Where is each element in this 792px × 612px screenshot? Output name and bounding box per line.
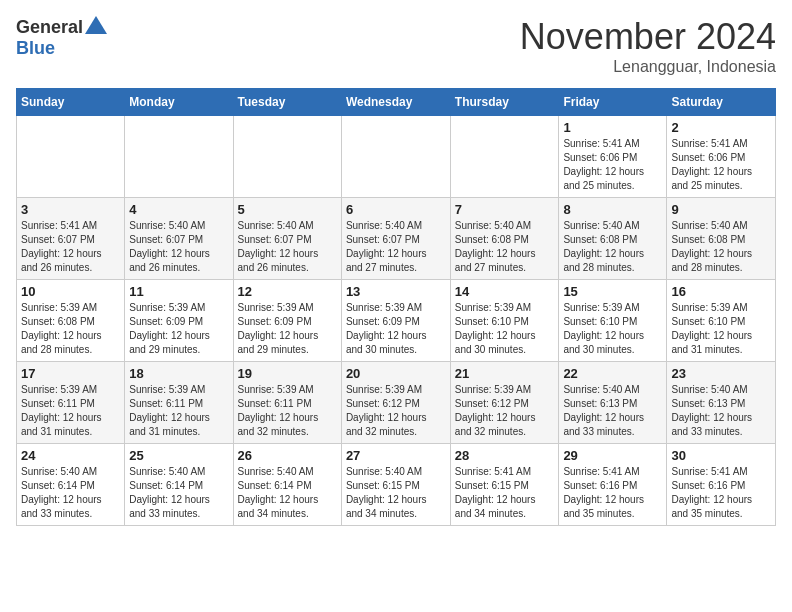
day-info: Sunrise: 5:39 AMSunset: 6:11 PMDaylight:… <box>21 383 120 439</box>
calendar-cell: 29Sunrise: 5:41 AMSunset: 6:16 PMDayligh… <box>559 444 667 526</box>
calendar-cell: 28Sunrise: 5:41 AMSunset: 6:15 PMDayligh… <box>450 444 559 526</box>
calendar-cell: 6Sunrise: 5:40 AMSunset: 6:07 PMDaylight… <box>341 198 450 280</box>
calendar-cell: 18Sunrise: 5:39 AMSunset: 6:11 PMDayligh… <box>125 362 233 444</box>
day-info: Sunrise: 5:40 AMSunset: 6:08 PMDaylight:… <box>671 219 771 275</box>
calendar-cell: 20Sunrise: 5:39 AMSunset: 6:12 PMDayligh… <box>341 362 450 444</box>
weekday-header-wednesday: Wednesday <box>341 89 450 116</box>
calendar-cell: 9Sunrise: 5:40 AMSunset: 6:08 PMDaylight… <box>667 198 776 280</box>
day-number: 22 <box>563 366 662 381</box>
weekday-header-sunday: Sunday <box>17 89 125 116</box>
calendar-cell: 1Sunrise: 5:41 AMSunset: 6:06 PMDaylight… <box>559 116 667 198</box>
day-number: 11 <box>129 284 228 299</box>
day-info: Sunrise: 5:39 AMSunset: 6:12 PMDaylight:… <box>455 383 555 439</box>
day-number: 20 <box>346 366 446 381</box>
weekday-header-row: SundayMondayTuesdayWednesdayThursdayFrid… <box>17 89 776 116</box>
calendar-cell: 16Sunrise: 5:39 AMSunset: 6:10 PMDayligh… <box>667 280 776 362</box>
day-info: Sunrise: 5:39 AMSunset: 6:10 PMDaylight:… <box>671 301 771 357</box>
day-info: Sunrise: 5:39 AMSunset: 6:11 PMDaylight:… <box>129 383 228 439</box>
day-number: 18 <box>129 366 228 381</box>
calendar-cell: 5Sunrise: 5:40 AMSunset: 6:07 PMDaylight… <box>233 198 341 280</box>
day-number: 26 <box>238 448 337 463</box>
day-number: 27 <box>346 448 446 463</box>
day-info: Sunrise: 5:40 AMSunset: 6:14 PMDaylight:… <box>238 465 337 521</box>
day-number: 15 <box>563 284 662 299</box>
day-info: Sunrise: 5:39 AMSunset: 6:09 PMDaylight:… <box>238 301 337 357</box>
calendar-week-row: 17Sunrise: 5:39 AMSunset: 6:11 PMDayligh… <box>17 362 776 444</box>
day-info: Sunrise: 5:39 AMSunset: 6:08 PMDaylight:… <box>21 301 120 357</box>
weekday-header-monday: Monday <box>125 89 233 116</box>
day-number: 24 <box>21 448 120 463</box>
calendar-cell: 11Sunrise: 5:39 AMSunset: 6:09 PMDayligh… <box>125 280 233 362</box>
logo-triangle-icon <box>85 16 107 34</box>
logo-general-text: General <box>16 17 83 38</box>
page-header: General Blue November 2024 Lenangguar, I… <box>16 16 776 76</box>
calendar-cell: 10Sunrise: 5:39 AMSunset: 6:08 PMDayligh… <box>17 280 125 362</box>
day-info: Sunrise: 5:40 AMSunset: 6:15 PMDaylight:… <box>346 465 446 521</box>
calendar-cell: 17Sunrise: 5:39 AMSunset: 6:11 PMDayligh… <box>17 362 125 444</box>
day-number: 21 <box>455 366 555 381</box>
logo-blue-text: Blue <box>16 38 55 58</box>
day-number: 23 <box>671 366 771 381</box>
calendar-cell: 7Sunrise: 5:40 AMSunset: 6:08 PMDaylight… <box>450 198 559 280</box>
day-info: Sunrise: 5:40 AMSunset: 6:13 PMDaylight:… <box>563 383 662 439</box>
calendar-cell: 8Sunrise: 5:40 AMSunset: 6:08 PMDaylight… <box>559 198 667 280</box>
day-number: 2 <box>671 120 771 135</box>
day-number: 12 <box>238 284 337 299</box>
calendar-cell: 3Sunrise: 5:41 AMSunset: 6:07 PMDaylight… <box>17 198 125 280</box>
day-number: 29 <box>563 448 662 463</box>
calendar-week-row: 1Sunrise: 5:41 AMSunset: 6:06 PMDaylight… <box>17 116 776 198</box>
day-info: Sunrise: 5:40 AMSunset: 6:14 PMDaylight:… <box>129 465 228 521</box>
calendar-cell: 13Sunrise: 5:39 AMSunset: 6:09 PMDayligh… <box>341 280 450 362</box>
weekday-header-tuesday: Tuesday <box>233 89 341 116</box>
calendar-cell: 27Sunrise: 5:40 AMSunset: 6:15 PMDayligh… <box>341 444 450 526</box>
day-info: Sunrise: 5:40 AMSunset: 6:07 PMDaylight:… <box>129 219 228 275</box>
day-number: 16 <box>671 284 771 299</box>
calendar-cell: 21Sunrise: 5:39 AMSunset: 6:12 PMDayligh… <box>450 362 559 444</box>
weekday-header-friday: Friday <box>559 89 667 116</box>
day-info: Sunrise: 5:40 AMSunset: 6:13 PMDaylight:… <box>671 383 771 439</box>
location-text: Lenangguar, Indonesia <box>520 58 776 76</box>
calendar-cell: 23Sunrise: 5:40 AMSunset: 6:13 PMDayligh… <box>667 362 776 444</box>
day-number: 10 <box>21 284 120 299</box>
calendar-cell: 15Sunrise: 5:39 AMSunset: 6:10 PMDayligh… <box>559 280 667 362</box>
day-info: Sunrise: 5:39 AMSunset: 6:12 PMDaylight:… <box>346 383 446 439</box>
day-info: Sunrise: 5:39 AMSunset: 6:10 PMDaylight:… <box>563 301 662 357</box>
calendar-week-row: 24Sunrise: 5:40 AMSunset: 6:14 PMDayligh… <box>17 444 776 526</box>
day-info: Sunrise: 5:41 AMSunset: 6:06 PMDaylight:… <box>671 137 771 193</box>
title-block: November 2024 Lenangguar, Indonesia <box>520 16 776 76</box>
day-info: Sunrise: 5:39 AMSunset: 6:09 PMDaylight:… <box>346 301 446 357</box>
day-number: 28 <box>455 448 555 463</box>
day-info: Sunrise: 5:40 AMSunset: 6:07 PMDaylight:… <box>238 219 337 275</box>
calendar-cell <box>125 116 233 198</box>
day-info: Sunrise: 5:39 AMSunset: 6:10 PMDaylight:… <box>455 301 555 357</box>
calendar-cell: 24Sunrise: 5:40 AMSunset: 6:14 PMDayligh… <box>17 444 125 526</box>
day-info: Sunrise: 5:41 AMSunset: 6:06 PMDaylight:… <box>563 137 662 193</box>
day-number: 13 <box>346 284 446 299</box>
day-info: Sunrise: 5:41 AMSunset: 6:16 PMDaylight:… <box>563 465 662 521</box>
day-number: 4 <box>129 202 228 217</box>
day-number: 9 <box>671 202 771 217</box>
day-info: Sunrise: 5:40 AMSunset: 6:08 PMDaylight:… <box>455 219 555 275</box>
calendar-cell: 25Sunrise: 5:40 AMSunset: 6:14 PMDayligh… <box>125 444 233 526</box>
calendar-cell: 19Sunrise: 5:39 AMSunset: 6:11 PMDayligh… <box>233 362 341 444</box>
logo: General Blue <box>16 16 107 59</box>
calendar-cell: 30Sunrise: 5:41 AMSunset: 6:16 PMDayligh… <box>667 444 776 526</box>
day-info: Sunrise: 5:41 AMSunset: 6:07 PMDaylight:… <box>21 219 120 275</box>
day-info: Sunrise: 5:40 AMSunset: 6:08 PMDaylight:… <box>563 219 662 275</box>
day-number: 30 <box>671 448 771 463</box>
day-number: 3 <box>21 202 120 217</box>
day-info: Sunrise: 5:40 AMSunset: 6:14 PMDaylight:… <box>21 465 120 521</box>
calendar-cell <box>341 116 450 198</box>
day-info: Sunrise: 5:41 AMSunset: 6:15 PMDaylight:… <box>455 465 555 521</box>
calendar-week-row: 10Sunrise: 5:39 AMSunset: 6:08 PMDayligh… <box>17 280 776 362</box>
calendar-cell <box>233 116 341 198</box>
calendar-cell <box>450 116 559 198</box>
calendar-cell: 12Sunrise: 5:39 AMSunset: 6:09 PMDayligh… <box>233 280 341 362</box>
day-number: 6 <box>346 202 446 217</box>
weekday-header-thursday: Thursday <box>450 89 559 116</box>
svg-marker-0 <box>85 16 107 34</box>
day-number: 5 <box>238 202 337 217</box>
day-info: Sunrise: 5:39 AMSunset: 6:09 PMDaylight:… <box>129 301 228 357</box>
day-info: Sunrise: 5:41 AMSunset: 6:16 PMDaylight:… <box>671 465 771 521</box>
calendar-cell: 2Sunrise: 5:41 AMSunset: 6:06 PMDaylight… <box>667 116 776 198</box>
